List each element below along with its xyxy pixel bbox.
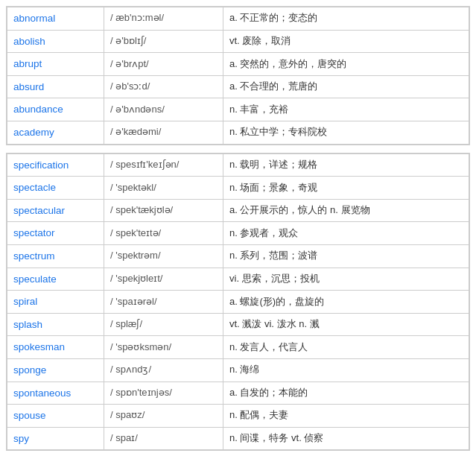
table-row: absurd/ əb'sɔːd/a. 不合理的，荒唐的 — [7, 75, 469, 98]
word-cell: spectator — [7, 222, 104, 245]
table-row: spokesman/ 'spəʊksmən/n. 发言人，代言人 — [7, 336, 469, 359]
definition-cell: vi. 思索，沉思；投机 — [223, 268, 469, 291]
table-row: abundance/ ə'bʌndəns/n. 丰富，充裕 — [7, 98, 469, 121]
word-cell: spiral — [7, 291, 104, 314]
word-cell: spy — [7, 427, 104, 450]
definition-cell: n. 间谍，特务 vt. 侦察 — [223, 427, 469, 450]
definition-cell: n. 私立中学；专科院校 — [223, 121, 469, 144]
page-container: abnormal/ æb'nɔːməl/a. 不正常的；变态的abolish/ … — [0, 6, 476, 451]
phonetic-cell: / spek'tækjʊlə/ — [104, 199, 223, 222]
phonetic-cell: / spɒn'teɪnjəs/ — [104, 382, 223, 405]
word-cell: absurd — [7, 75, 104, 98]
phonetic-cell: / æb'nɔːməl/ — [104, 7, 223, 31]
phonetic-cell: / 'spektrəm/ — [104, 244, 223, 268]
table-row: academy/ ə'kædəmi/n. 私立中学；专科院校 — [7, 121, 469, 144]
table-row: abnormal/ æb'nɔːməl/a. 不正常的；变态的 — [7, 7, 469, 31]
phonetic-cell: / spaɪ/ — [104, 427, 223, 450]
section-1: abnormal/ æb'nɔːməl/a. 不正常的；变态的abolish/ … — [6, 6, 470, 145]
phonetic-cell: / ə'brʌpt/ — [104, 53, 223, 76]
word-cell: spontaneous — [7, 382, 104, 405]
definition-cell: n. 丰富，充裕 — [223, 98, 469, 121]
definition-cell: a. 自发的；本能的 — [223, 382, 469, 405]
definition-cell: n. 参观者，观众 — [223, 222, 469, 245]
definition-cell: a. 公开展示的，惊人的 n. 展览物 — [223, 199, 469, 222]
word-cell: spectacle — [7, 177, 104, 200]
table-row: abrupt/ ə'brʌpt/a. 突然的，意外的，唐突的 — [7, 53, 469, 76]
word-cell: abrupt — [7, 53, 104, 76]
definition-cell: n. 载明，详述；规格 — [223, 153, 469, 177]
word-cell: abundance — [7, 98, 104, 121]
definition-cell: vt. 溅泼 vi. 泼水 n. 溅 — [223, 313, 469, 336]
phonetic-cell: / ə'bɒlɪʃ/ — [104, 30, 223, 53]
word-cell: spectrum — [7, 244, 104, 268]
phonetic-cell: / 'spektəkl/ — [104, 177, 223, 200]
table-row: abolish/ ə'bɒlɪʃ/vt. 废除，取消 — [7, 30, 469, 53]
phonetic-cell: / spek'teɪtə/ — [104, 222, 223, 245]
definition-cell: n. 场面；景象，奇观 — [223, 177, 469, 200]
definition-cell: a. 不合理的，荒唐的 — [223, 75, 469, 98]
word-cell: specification — [7, 153, 104, 177]
phonetic-cell: / spesɪfɪ'keɪʃən/ — [104, 153, 223, 177]
phonetic-cell: / ə'bʌndəns/ — [104, 98, 223, 121]
definition-cell: vt. 废除，取消 — [223, 30, 469, 53]
table-row: spectacle/ 'spektəkl/n. 场面；景象，奇观 — [7, 177, 469, 200]
word-cell: abolish — [7, 30, 104, 53]
table-row: spouse/ spaʊz/n. 配偶，夫妻 — [7, 405, 469, 428]
phonetic-cell: / 'spəʊksmən/ — [104, 336, 223, 359]
table-row: spiral/ 'spaɪərəl/a. 螺旋(形)的，盘旋的 — [7, 291, 469, 314]
table-row: spectacular/ spek'tækjʊlə/a. 公开展示的，惊人的 n… — [7, 199, 469, 222]
definition-cell: n. 海绵 — [223, 358, 469, 382]
table-row: specification/ spesɪfɪ'keɪʃən/n. 载明，详述；规… — [7, 153, 469, 177]
table-row: spectator/ spek'teɪtə/n. 参观者，观众 — [7, 222, 469, 245]
phonetic-cell: / 'spaɪərəl/ — [104, 291, 223, 314]
word-cell: spokesman — [7, 336, 104, 359]
table-row: speculate/ 'spekjʊleɪt/vi. 思索，沉思；投机 — [7, 268, 469, 291]
phonetic-cell: / 'spekjʊleɪt/ — [104, 268, 223, 291]
definition-cell: n. 配偶，夫妻 — [223, 405, 469, 428]
table-row: sponge/ spʌndʒ/n. 海绵 — [7, 358, 469, 382]
table-row: splash/ splæʃ/vt. 溅泼 vi. 泼水 n. 溅 — [7, 313, 469, 336]
word-cell: spectacular — [7, 199, 104, 222]
phonetic-cell: / əb'sɔːd/ — [104, 75, 223, 98]
definition-cell: a. 突然的，意外的，唐突的 — [223, 53, 469, 76]
word-cell: speculate — [7, 268, 104, 291]
phonetic-cell: / splæʃ/ — [104, 313, 223, 336]
phonetic-cell: / ə'kædəmi/ — [104, 121, 223, 144]
definition-cell: a. 螺旋(形)的，盘旋的 — [223, 291, 469, 314]
word-cell: abnormal — [7, 7, 104, 31]
word-cell: sponge — [7, 358, 104, 382]
vocab-table-1: abnormal/ æb'nɔːməl/a. 不正常的；变态的abolish/ … — [7, 7, 469, 145]
vocab-table-2: specification/ spesɪfɪ'keɪʃən/n. 载明，详述；规… — [7, 153, 469, 451]
table-row: spontaneous/ spɒn'teɪnjəs/a. 自发的；本能的 — [7, 382, 469, 405]
table-row: spy/ spaɪ/n. 间谍，特务 vt. 侦察 — [7, 427, 469, 450]
definition-cell: a. 不正常的；变态的 — [223, 7, 469, 31]
phonetic-cell: / spʌndʒ/ — [104, 358, 223, 382]
definition-cell: n. 系列，范围；波谱 — [223, 244, 469, 268]
section-2: specification/ spesɪfɪ'keɪʃən/n. 载明，详述；规… — [6, 153, 470, 452]
word-cell: spouse — [7, 405, 104, 428]
phonetic-cell: / spaʊz/ — [104, 405, 223, 428]
word-cell: splash — [7, 313, 104, 336]
table-row: spectrum/ 'spektrəm/n. 系列，范围；波谱 — [7, 244, 469, 268]
definition-cell: n. 发言人，代言人 — [223, 336, 469, 359]
word-cell: academy — [7, 121, 104, 144]
